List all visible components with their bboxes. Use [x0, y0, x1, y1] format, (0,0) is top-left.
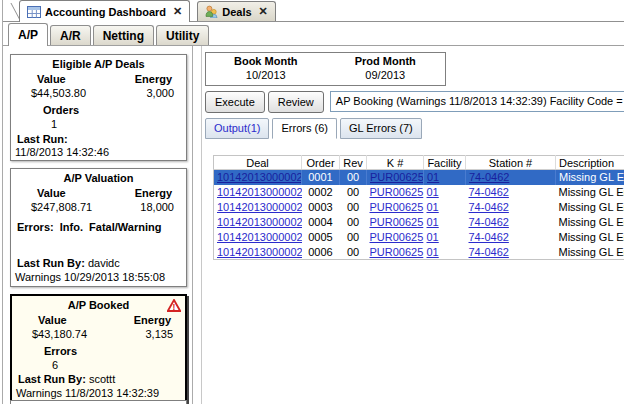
- cell-link[interactable]: 01: [427, 246, 439, 258]
- cell-link[interactable]: 10142013000002: [217, 201, 302, 213]
- last-run-by-label: Last Run By:: [18, 373, 86, 385]
- cell-link[interactable]: PUR00625: [370, 216, 424, 228]
- tab-accounting-dashboard[interactable]: Accounting Dashboard ✕: [19, 0, 190, 22]
- table-row[interactable]: 10142013000002000100PUR006250174-0462Mis…: [214, 170, 624, 185]
- table-row[interactable]: 10142013000002000500PUR006250174-0462Mis…: [214, 230, 624, 245]
- close-icon[interactable]: ✕: [173, 5, 182, 18]
- tab-utility[interactable]: Utility: [156, 25, 209, 45]
- cell-link[interactable]: PUR00625: [370, 201, 424, 213]
- svg-text:!: !: [173, 302, 176, 312]
- link-cell[interactable]: 74-0462: [466, 230, 556, 245]
- close-icon[interactable]: ✕: [259, 5, 268, 18]
- link-cell[interactable]: 74-0462: [466, 170, 556, 185]
- link-cell[interactable]: PUR00625: [367, 200, 424, 215]
- errors-table: DealOrderRevK #FacilityStation #Descript…: [213, 155, 624, 260]
- ap-booked-panel[interactable]: ! A/P Booked Value Energy $43,180.74 3,1…: [10, 294, 187, 404]
- cell-link[interactable]: 74-0462: [469, 201, 509, 213]
- link-cell[interactable]: 10142013000002: [214, 170, 302, 185]
- tab-gl-errors[interactable]: GL Errors (7): [340, 118, 422, 139]
- tab-ar[interactable]: A/R: [50, 25, 91, 45]
- tab-errors[interactable]: Errors (6): [272, 118, 336, 139]
- accounting-window: Accounting Dashboard ✕ Deals ✕ A/P A/R N…: [2, 0, 624, 404]
- column-header-deal[interactable]: Deal: [214, 156, 302, 170]
- link-cell[interactable]: 01: [424, 170, 466, 185]
- column-header-station[interactable]: Station #: [466, 156, 556, 170]
- last-run-by-row: Last Run By: davidc: [11, 257, 186, 271]
- link-cell[interactable]: PUR00625: [367, 170, 424, 185]
- execute-button[interactable]: Execute: [205, 91, 265, 113]
- prod-month-label: Prod Month: [326, 55, 446, 69]
- panel-title: Eligible A/P Deals: [11, 58, 186, 73]
- link-cell[interactable]: 01: [424, 215, 466, 230]
- link-cell[interactable]: 01: [424, 185, 466, 200]
- cell: 00: [340, 170, 367, 185]
- cell-link[interactable]: 01: [427, 171, 439, 183]
- cell-link[interactable]: PUR00625: [370, 246, 424, 258]
- cell-link[interactable]: 01: [427, 201, 439, 213]
- link-cell[interactable]: 10142013000002: [214, 245, 302, 260]
- review-button[interactable]: Review: [268, 91, 324, 113]
- column-header-facility[interactable]: Facility: [424, 156, 466, 170]
- cell-link[interactable]: 74-0462: [469, 171, 509, 183]
- energy-amount: 3,000: [146, 87, 174, 102]
- cell-link[interactable]: 01: [427, 216, 439, 228]
- last-run-by-user: scottt: [86, 373, 115, 385]
- cell-link[interactable]: 10142013000002: [217, 186, 302, 198]
- cell-link[interactable]: PUR00625: [370, 186, 424, 198]
- value-amount: $247,808.71: [31, 201, 92, 216]
- cell-link[interactable]: 10142013000002: [217, 246, 302, 258]
- tab-ap[interactable]: A/P: [8, 23, 48, 46]
- column-header-order[interactable]: Order: [302, 156, 340, 170]
- tab-deals[interactable]: Deals ✕: [197, 1, 276, 21]
- booking-status-field[interactable]: AP Booking (Warnings 11/8/2013 14:32:39)…: [330, 91, 624, 112]
- energy-amount: 3,135: [145, 328, 173, 343]
- cell-link[interactable]: PUR00625: [370, 171, 424, 183]
- cell-link[interactable]: 01: [427, 186, 439, 198]
- link-cell[interactable]: 01: [424, 245, 466, 260]
- link-cell[interactable]: PUR00625: [367, 185, 424, 200]
- link-cell[interactable]: 74-0462: [466, 245, 556, 260]
- cell-link[interactable]: 74-0462: [469, 186, 509, 198]
- ap-valuation-panel[interactable]: A/P Valuation Value Energy $247,808.71 1…: [10, 168, 187, 287]
- link-cell[interactable]: 10142013000002: [214, 215, 302, 230]
- last-run-timestamp: 11/8/2013 14:32:46: [11, 146, 186, 160]
- link-cell[interactable]: 74-0462: [466, 215, 556, 230]
- column-header-description[interactable]: Description: [556, 156, 624, 170]
- ap-main-area: Book Month 10/2013 Prod Month 09/2013 Ex…: [201, 46, 624, 404]
- link-cell[interactable]: 01: [424, 200, 466, 215]
- cell-link[interactable]: 10142013000002: [217, 171, 302, 183]
- cell-link[interactable]: 74-0462: [469, 231, 509, 243]
- link-cell[interactable]: PUR00625: [367, 230, 424, 245]
- column-header-rev[interactable]: Rev: [340, 156, 367, 170]
- cell: Missing GL Entry: [556, 245, 624, 260]
- cell-link[interactable]: 01: [427, 231, 439, 243]
- tab-label: Accounting Dashboard: [45, 6, 166, 18]
- table-row[interactable]: 10142013000002000200PUR006250174-0462Mis…: [214, 185, 624, 200]
- tab-netting[interactable]: Netting: [93, 25, 154, 45]
- table-row[interactable]: 10142013000002000400PUR006250174-0462Mis…: [214, 215, 624, 230]
- link-cell[interactable]: PUR00625: [367, 215, 424, 230]
- cell-link[interactable]: 74-0462: [469, 246, 509, 258]
- last-run-by-label: Last Run By:: [17, 257, 85, 269]
- column-header-k[interactable]: K #: [367, 156, 424, 170]
- link-cell[interactable]: 10142013000002: [214, 200, 302, 215]
- tab-output[interactable]: Output(1): [205, 118, 269, 139]
- table-row[interactable]: 10142013000002000300PUR006250174-0462Mis…: [214, 200, 624, 215]
- link-cell[interactable]: 10142013000002: [214, 185, 302, 200]
- tab-label: Deals: [222, 6, 251, 18]
- link-cell[interactable]: 10142013000002: [214, 230, 302, 245]
- table-row[interactable]: 10142013000002000600PUR006250174-0462Mis…: [214, 245, 624, 260]
- link-cell[interactable]: 01: [424, 230, 466, 245]
- cell-link[interactable]: 74-0462: [469, 216, 509, 228]
- eligible-ap-deals-panel[interactable]: Eligible A/P Deals Value Energy $44,503.…: [10, 54, 187, 161]
- link-cell[interactable]: 74-0462: [466, 185, 556, 200]
- last-run-by-user: davidc: [85, 257, 120, 269]
- panel-title: A/P Valuation: [11, 172, 186, 187]
- cell-link[interactable]: PUR00625: [370, 231, 424, 243]
- warnings-timestamp: Warnings 10/29/2013 18:55:08: [11, 271, 186, 286]
- link-cell[interactable]: PUR00625: [367, 245, 424, 260]
- link-cell[interactable]: 74-0462: [466, 200, 556, 215]
- cell-link[interactable]: 10142013000002: [217, 231, 302, 243]
- cell-link[interactable]: 10142013000002: [217, 216, 302, 228]
- prod-month-value: 09/2013: [326, 69, 446, 81]
